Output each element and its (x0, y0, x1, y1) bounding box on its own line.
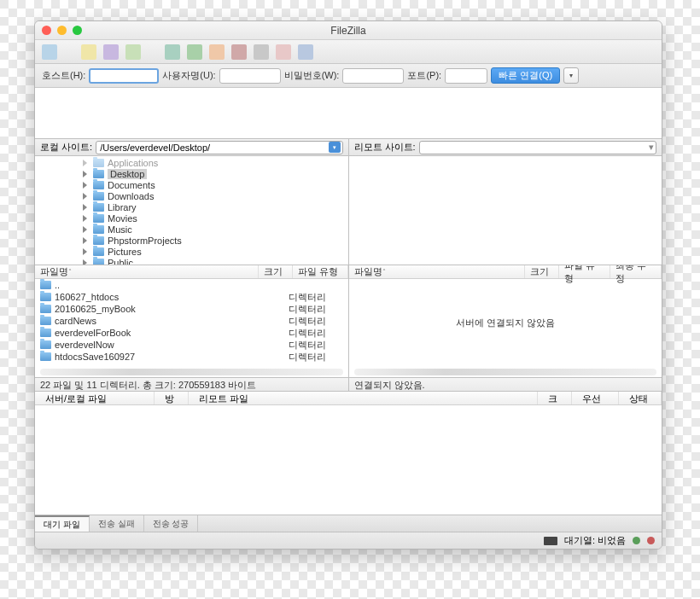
window-title: FileZilla (35, 25, 662, 37)
qh-remote[interactable]: 리모트 파일 (189, 392, 538, 404)
folder-icon (93, 192, 104, 201)
user-input[interactable] (219, 68, 281, 84)
disclosure-icon[interactable] (83, 237, 87, 244)
local-path-combo[interactable]: /Users/everdevel/Desktop/ ▾ (96, 141, 342, 154)
port-input[interactable] (445, 68, 487, 84)
disclosure-icon[interactable] (83, 182, 87, 189)
status-dot-err-icon (647, 537, 655, 544)
file-type: 디렉터리 (289, 303, 348, 316)
disclosure-icon[interactable] (83, 193, 87, 200)
file-type: 디렉터리 (289, 291, 348, 304)
filter-icon[interactable] (276, 44, 291, 60)
qh-priority[interactable]: 우선 순위 (572, 392, 619, 404)
tree-item[interactable]: Desktop (35, 168, 348, 179)
tree-item-label: Library (108, 202, 137, 212)
cancel-icon[interactable] (209, 44, 225, 60)
file-row[interactable]: 20160625_myBook디렉터리 (35, 303, 348, 315)
tab-failed[interactable]: 전송 실패 (90, 515, 144, 532)
col-name-r[interactable]: 파일명 (349, 265, 526, 278)
col-name[interactable]: 파일명 (35, 265, 259, 278)
disclosure-icon[interactable] (83, 226, 87, 233)
remote-tree[interactable] (349, 156, 662, 265)
folder-icon (93, 214, 104, 223)
tree-item-label: Documents (108, 180, 155, 190)
col-mod-r[interactable]: 최종 수정 (610, 265, 662, 278)
file-type: 디렉터리 (289, 315, 348, 328)
toggle-queue-icon[interactable] (125, 44, 141, 60)
file-type: 디렉터리 (289, 351, 348, 363)
toggle-tree-icon[interactable] (103, 44, 119, 60)
local-path-value: /Users/everdevel/Desktop/ (100, 142, 210, 153)
tree-item[interactable]: Movies (35, 212, 348, 224)
host-input[interactable] (89, 68, 159, 84)
file-name: htdocsSave160927 (55, 352, 135, 362)
file-row[interactable]: everdevelNow디렉터리 (35, 339, 348, 351)
tree-item[interactable]: Downloads (35, 190, 348, 201)
tab-success[interactable]: 전송 성공 (144, 515, 199, 532)
qh-server[interactable]: 서버/로컬 파일 (35, 392, 155, 404)
disclosure-icon[interactable] (83, 215, 87, 222)
refresh-icon[interactable] (165, 44, 180, 60)
tree-item[interactable]: Library (35, 201, 348, 212)
folder-icon (40, 305, 51, 313)
qh-size[interactable]: 크기 (538, 392, 572, 404)
titlebar: FileZilla (35, 21, 662, 40)
tree-item[interactable]: Music (35, 224, 348, 235)
folder-icon (40, 352, 51, 361)
tree-item[interactable]: Public (35, 257, 348, 265)
qh-direction[interactable]: 방향 (155, 392, 189, 404)
toggle-log-icon[interactable] (81, 44, 96, 60)
process-queue-icon[interactable] (187, 44, 202, 60)
folder-icon (93, 259, 104, 265)
tree-item-label: Applications (108, 158, 158, 168)
disclosure-icon[interactable] (83, 171, 87, 177)
status-bar: 22 파일 및 11 디렉터리. 총 크기: 270559183 바이트 연결되… (35, 378, 662, 392)
tree-item-label: Music (108, 224, 132, 235)
col-size[interactable]: 크기 (259, 265, 293, 278)
tree-row: ApplicationsDesktopDocumentsDownloadsLib… (35, 156, 662, 265)
chevron-down-icon[interactable]: ▾ (329, 142, 341, 153)
file-row[interactable]: 160627_htdocs디렉터리 (35, 291, 348, 303)
remote-site-label: 리모트 사이트: (354, 141, 416, 154)
folder-icon (93, 247, 104, 256)
file-row[interactable]: .. (35, 279, 348, 291)
disclosure-icon[interactable] (83, 259, 87, 265)
col-size-r[interactable]: 크기 (525, 265, 559, 278)
disclosure-icon[interactable] (83, 204, 87, 211)
tree-item[interactable]: Applications (35, 157, 348, 168)
disclosure-icon[interactable] (83, 160, 87, 166)
search-icon[interactable] (298, 44, 313, 60)
tree-item[interactable]: PhpstormProjects (35, 235, 348, 246)
message-log[interactable] (35, 88, 662, 139)
tree-item-label: Pictures (108, 247, 142, 257)
folder-icon (93, 170, 104, 178)
file-row[interactable]: htdocsSave160927디렉터리 (35, 351, 348, 363)
file-name: .. (55, 280, 60, 290)
local-tree[interactable]: ApplicationsDesktopDocumentsDownloadsLib… (35, 156, 349, 265)
tree-item[interactable]: Documents (35, 179, 348, 190)
scrollbar[interactable] (40, 369, 343, 375)
file-row[interactable]: cardNews디렉터리 (35, 315, 348, 327)
footer: 대기열: 비었음 (35, 532, 662, 549)
remote-path-combo[interactable]: ▾ (419, 141, 656, 154)
scrollbar[interactable] (354, 369, 657, 375)
queue-pane[interactable] (35, 405, 662, 515)
tree-item-label: Public (108, 258, 133, 265)
local-file-list[interactable]: ..160627_htdocs디렉터리20160625_myBook디렉터리ca… (35, 279, 348, 367)
site-manager-icon[interactable] (42, 44, 57, 60)
folder-icon (40, 281, 51, 289)
local-site-label: 로컬 사이트: (40, 141, 92, 154)
qh-status[interactable]: 상태 (619, 392, 662, 404)
disclosure-icon[interactable] (83, 248, 87, 255)
disconnect-icon[interactable] (231, 44, 247, 60)
col-type-r[interactable]: 파일 유형 (559, 265, 610, 278)
col-type[interactable]: 파일 유형 (293, 265, 348, 278)
file-row[interactable]: everdevelForBook디렉터리 (35, 327, 348, 339)
tab-queue[interactable]: 대기 파일 (35, 515, 90, 532)
host-label: 호스트(H): (42, 69, 85, 82)
quickconnect-dropdown[interactable] (563, 67, 579, 84)
quickconnect-button[interactable]: 빠른 연결(Q) (491, 67, 560, 84)
tree-item[interactable]: Pictures (35, 246, 348, 257)
reconnect-icon[interactable] (254, 44, 269, 60)
pass-input[interactable] (342, 68, 404, 84)
